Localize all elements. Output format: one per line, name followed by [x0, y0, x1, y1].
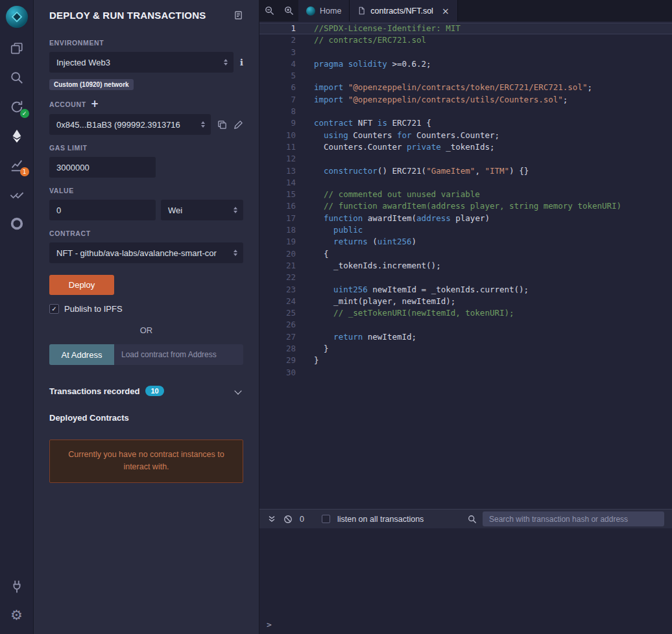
- code-line[interactable]: 5: [259, 70, 672, 82]
- line-number[interactable]: 1: [259, 23, 296, 34]
- line-number[interactable]: 17: [259, 213, 296, 224]
- code-line[interactable]: 22: [259, 272, 672, 283]
- code-line[interactable]: 11 Counters.Counter private _tokenIds;: [259, 141, 672, 153]
- code-line[interactable]: 15 // commented out unused variable: [259, 189, 672, 200]
- line-number[interactable]: 13: [259, 165, 296, 177]
- line-number[interactable]: 25: [259, 307, 296, 319]
- line-number[interactable]: 27: [259, 331, 296, 343]
- sidebar-item-analytics[interactable]: 1: [0, 150, 34, 180]
- code-line[interactable]: 20 {: [259, 248, 672, 260]
- sidebar-item-deploy-run[interactable]: [0, 121, 34, 150]
- code-line[interactable]: 9contract NFT is ERC721 {: [259, 117, 672, 129]
- line-number[interactable]: 26: [259, 319, 296, 331]
- code-line[interactable]: 26: [259, 319, 672, 331]
- value-input[interactable]: [49, 200, 156, 220]
- close-icon[interactable]: ×: [442, 6, 450, 16]
- select-arrows-icon: [234, 207, 237, 214]
- publish-ipfs-checkbox[interactable]: ✓: [49, 304, 59, 314]
- code-line[interactable]: 7import "@openzeppelin/contracts/utils/C…: [259, 94, 672, 106]
- line-number[interactable]: 18: [259, 224, 296, 236]
- notepad-icon[interactable]: [234, 10, 243, 20]
- sidebar-item-solidity-compiler[interactable]: ✓: [0, 92, 34, 121]
- line-number[interactable]: 16: [259, 200, 296, 212]
- gas-limit-input[interactable]: [49, 157, 156, 178]
- environment-select[interactable]: Injected Web3: [49, 52, 234, 73]
- code-line[interactable]: 30: [259, 367, 672, 379]
- copy-account-button[interactable]: [217, 120, 227, 130]
- code-line[interactable]: 16 // function awardItem(address player,…: [259, 200, 672, 212]
- code-editor[interactable]: 1//SPDX-License-Identifier: MIT2// contr…: [259, 21, 672, 509]
- line-number[interactable]: 14: [259, 177, 296, 189]
- line-number[interactable]: 10: [259, 130, 296, 141]
- line-number[interactable]: 24: [259, 296, 296, 307]
- line-number[interactable]: 3: [259, 47, 296, 58]
- line-number[interactable]: 8: [259, 106, 296, 117]
- terminal-search-input[interactable]: [483, 511, 664, 526]
- code-line[interactable]: 18 public: [259, 224, 672, 236]
- line-number[interactable]: 22: [259, 272, 296, 283]
- code-line[interactable]: 1//SPDX-License-Identifier: MIT: [259, 23, 672, 34]
- code-line[interactable]: 24 _mint(player, newItemId);: [259, 296, 672, 307]
- at-address-button[interactable]: At Address: [49, 344, 114, 365]
- zoom-out-icon: [265, 6, 274, 16]
- line-number[interactable]: 20: [259, 248, 296, 260]
- zoom-in-button[interactable]: [279, 0, 298, 21]
- code-line[interactable]: 3: [259, 47, 672, 58]
- code-line[interactable]: 17 function awardItem(address player): [259, 213, 672, 224]
- at-address-input[interactable]: [114, 344, 243, 365]
- line-number[interactable]: 12: [259, 153, 296, 165]
- code-line[interactable]: 27 return newItemId;: [259, 331, 672, 343]
- code-line[interactable]: 21 _tokenIds.increment();: [259, 260, 672, 272]
- chevron-down-icon[interactable]: [234, 387, 241, 394]
- line-number[interactable]: 28: [259, 343, 296, 355]
- line-number[interactable]: 7: [259, 94, 296, 106]
- tab-nft-sol[interactable]: contracts/NFT.sol ×: [350, 0, 457, 21]
- code-line[interactable]: 12: [259, 153, 672, 165]
- code-line[interactable]: 6import "@openzeppelin/contracts/token/E…: [259, 82, 672, 93]
- line-number[interactable]: 4: [259, 58, 296, 70]
- clear-terminal-button[interactable]: [283, 515, 293, 524]
- edit-account-button[interactable]: [234, 120, 243, 130]
- code-line[interactable]: 29}: [259, 355, 672, 366]
- line-number[interactable]: 19: [259, 236, 296, 248]
- zoom-out-button[interactable]: [259, 0, 279, 21]
- code-line[interactable]: 25 // _setTokenURI(newItemId, tokenURI);: [259, 307, 672, 319]
- code-line[interactable]: 23 uint256 newItemId = _tokenIds.current…: [259, 284, 672, 296]
- line-number[interactable]: 6: [259, 82, 296, 93]
- account-select[interactable]: 0x845...B1aB3 (999992.3913716: [49, 114, 211, 135]
- contract-select[interactable]: NFT - github/ava-labs/avalanche-smart-co…: [49, 242, 243, 263]
- code-line[interactable]: 10 using Counters for Counters.Counter;: [259, 130, 672, 141]
- deploy-button[interactable]: Deploy: [49, 275, 114, 295]
- value-unit-select[interactable]: Wei: [161, 200, 243, 220]
- sidebar-item-plugin-circle[interactable]: [0, 209, 34, 238]
- sidebar-item-file-explorer[interactable]: [0, 34, 34, 63]
- sidebar-item-search[interactable]: [0, 63, 34, 92]
- line-number[interactable]: 15: [259, 189, 296, 200]
- sidebar-item-plugin-manager[interactable]: [0, 572, 34, 601]
- info-icon[interactable]: ℹ: [240, 57, 243, 67]
- sidebar-item-unit-testing[interactable]: [0, 180, 34, 209]
- line-number[interactable]: 2: [259, 34, 296, 46]
- listen-all-checkbox[interactable]: [322, 515, 330, 523]
- terminal-body[interactable]: >: [259, 528, 672, 634]
- code-line[interactable]: 4pragma solidity >=0.6.2;: [259, 58, 672, 70]
- line-number[interactable]: 21: [259, 260, 296, 272]
- code-line[interactable]: 19 returns (uint256): [259, 236, 672, 248]
- line-number[interactable]: 5: [259, 70, 296, 82]
- code-line[interactable]: 14: [259, 177, 672, 189]
- line-number[interactable]: 11: [259, 141, 296, 153]
- remix-logo-icon[interactable]: [0, 0, 34, 34]
- transactions-recorded-row[interactable]: Transactions recorded 10: [49, 386, 243, 396]
- add-account-icon[interactable]: +: [91, 99, 99, 109]
- line-number[interactable]: 30: [259, 367, 296, 379]
- code-line[interactable]: 2// contracts/ERC721.sol: [259, 34, 672, 46]
- sidebar-item-settings[interactable]: ⚙: [0, 601, 34, 630]
- line-number[interactable]: 23: [259, 284, 296, 296]
- code-line[interactable]: 13 constructor() ERC721("GameItem", "ITM…: [259, 165, 672, 177]
- code-line[interactable]: 28 }: [259, 343, 672, 355]
- collapse-terminal-button[interactable]: [267, 515, 276, 524]
- tab-home[interactable]: Home: [298, 0, 350, 21]
- line-number[interactable]: 9: [259, 117, 296, 129]
- line-number[interactable]: 29: [259, 355, 296, 366]
- code-line[interactable]: 8: [259, 106, 672, 117]
